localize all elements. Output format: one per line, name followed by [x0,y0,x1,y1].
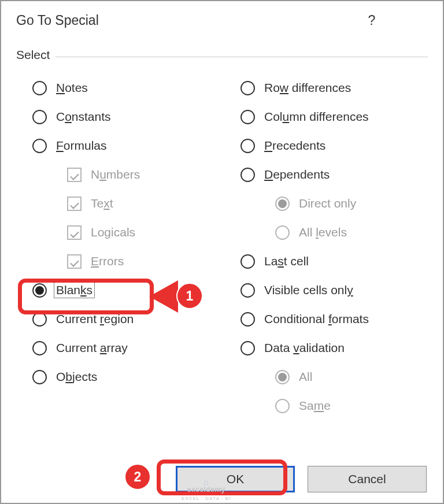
radio-current-array[interactable]: Current array [32,333,240,362]
option-label: Visible cells only [264,283,353,297]
radio-current-region[interactable]: Current region [32,305,240,333]
option-label: Blanks [54,282,95,298]
radio-icon [32,312,47,327]
checkbox-numbers: Numbers [32,160,240,189]
option-label: Current array [56,341,128,355]
radio-icon [240,110,255,124]
radio-icon [275,370,290,384]
radio-last-cell[interactable]: Last cell [240,247,428,276]
help-button[interactable]: ? [357,9,386,32]
radio-icon [240,168,255,182]
checkbox-errors: Errors [32,247,240,276]
option-label: Errors [91,254,124,268]
radio-dependents[interactable]: Dependents [240,160,428,189]
option-label: Objects [56,370,97,384]
option-label: Row differences [264,81,351,95]
radio-icon [32,370,47,384]
right-column: Row differencesColumn differencesPrecede… [240,73,428,420]
option-label: Data validation [264,341,345,355]
titlebar: Go To Special ? [1,1,443,37]
radio-direct-only: Direct only [240,189,428,218]
radio-icon [240,283,255,298]
select-label: Select [16,48,56,62]
option-label: All levels [299,225,347,239]
checkbox-text: Text [32,189,240,218]
option-label: Constants [56,110,111,124]
option-label: Column differences [264,110,369,124]
select-group: Select [16,57,428,57]
radio-precedents[interactable]: Precedents [240,131,428,160]
radio-icon [240,139,255,153]
radio-objects[interactable]: Objects [32,362,240,391]
dialog-title: Go To Special [16,13,357,28]
radio-column-differences[interactable]: Column differences [240,102,428,131]
radio-icon [275,399,290,413]
radio-notes[interactable]: Notes [32,73,240,102]
option-label: Logicals [91,225,135,239]
checkbox-icon [67,225,82,240]
radio-blanks[interactable]: Blanks [32,276,240,305]
checkbox-logicals: Logicals [32,218,240,247]
watermark-subtext: EXCEL · DATA · BI [182,496,231,501]
dialog-buttons: OK Cancel [176,466,427,492]
radio-icon [32,110,47,124]
option-label: Text [91,197,113,210]
go-to-special-dialog: Go To Special ? Select NotesConstantsFor… [0,0,444,504]
options-area: NotesConstantsFormulasNumbersTextLogical… [1,57,443,420]
radio-icon [240,254,255,269]
radio-icon [275,197,290,211]
radio-same: Same [240,391,428,420]
radio-icon [240,312,255,327]
radio-constants[interactable]: Constants [32,102,240,131]
option-label: Current region [56,312,134,326]
checkbox-icon [67,197,82,211]
radio-icon [275,225,290,240]
cancel-button[interactable]: Cancel [308,466,427,492]
callout-2: 2 [124,464,151,490]
option-label: Direct only [299,197,356,210]
option-label: All [299,370,312,384]
option-label: Last cell [264,254,309,268]
option-label: Precedents [264,139,325,153]
radio-icon [32,341,47,355]
option-label: Notes [56,81,88,95]
option-label: Formulas [56,139,107,153]
radio-icon [32,139,47,153]
radio-visible-cells-only[interactable]: Visible cells only [240,276,428,305]
radio-icon [32,81,47,95]
radio-all: All [240,362,428,391]
radio-formulas[interactable]: Formulas [32,131,240,160]
radio-icon [32,283,47,298]
radio-conditional-formats[interactable]: Conditional formats [240,305,428,333]
close-button[interactable] [404,9,432,32]
checkbox-icon [67,168,82,182]
radio-all-levels: All levels [240,218,428,247]
option-label: Dependents [264,168,330,181]
ok-button[interactable]: OK [176,466,295,492]
radio-icon [240,341,255,355]
radio-row-differences[interactable]: Row differences [240,73,428,102]
radio-data-validation[interactable]: Data validation [240,333,428,362]
group-divider [56,57,428,57]
left-column: NotesConstantsFormulasNumbersTextLogical… [32,73,240,420]
option-label: Conditional formats [264,312,369,326]
option-label: Same [299,399,331,413]
checkbox-icon [67,254,82,269]
option-label: Numbers [91,168,140,181]
radio-icon [240,81,255,95]
